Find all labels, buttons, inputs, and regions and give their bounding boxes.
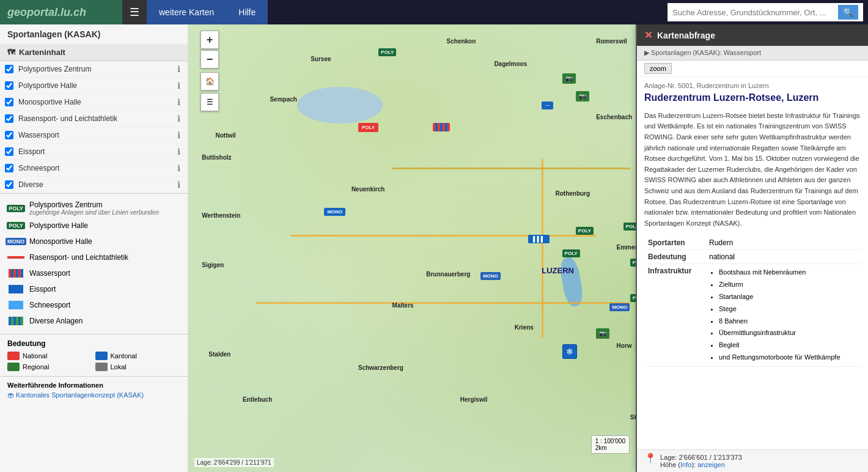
layer-eissport[interactable]: Eissport ℹ (0, 144, 188, 160)
ka-infrastruktur-value: Bootshaus mit Nebenräumen Zielturm Start… (705, 264, 861, 366)
layer-checkbox-polysportive-halle[interactable] (5, 81, 13, 90)
info-icon-rasensport[interactable]: ℹ (177, 114, 180, 124)
layer-checkbox-monosportive-halle[interactable] (5, 98, 13, 106)
marker-kantonal-1: MONO (324, 208, 345, 216)
lake-rotsee (558, 256, 584, 308)
camera-marker-1: 📷 (562, 73, 576, 84)
map-area[interactable]: Sursee Sempach Nottwil Neuenkirch Emmen … (188, 24, 868, 472)
layer-label-wassersport: Wassersport (18, 131, 175, 139)
nav-hilfe[interactable]: Hilfe (226, 0, 268, 24)
legend-icon-rasensport (7, 251, 24, 264)
info-icon-schneesport[interactable]: ℹ (177, 163, 180, 173)
snowflake-marker: ❄ (562, 344, 577, 359)
layer-checkbox-rasensport[interactable] (5, 114, 13, 123)
city-brunnauerberg: Brunnauerberg (426, 271, 470, 278)
ka-close-button[interactable]: ✕ (644, 29, 652, 41)
mono-marker-1: MONO (480, 272, 501, 280)
ka-zoom-button[interactable]: zoom (644, 63, 672, 74)
layer-label-diverse: Diverse (18, 180, 175, 189)
home-button[interactable]: 🏠 (200, 72, 219, 90)
layer-monosportive-halle[interactable]: Monosportive Halle ℹ (0, 94, 188, 111)
layer-schneesport[interactable]: Schneesport ℹ (0, 160, 188, 177)
layer-polysportives-zentrum[interactable]: Polysportives Zentrum ℹ (0, 61, 188, 78)
eissport-color-icon (9, 285, 23, 293)
ka-zoom-section: zoom (637, 61, 868, 77)
kasak-link[interactable]: 🏟 Kantonales Sportanlagenkonzept (KASAK) (7, 391, 144, 399)
infra-item-4: 8 Bahnen (719, 315, 857, 328)
ka-hoehe-info-link[interactable]: Info (680, 461, 691, 468)
legend-label-eissport: Eissport (29, 285, 56, 293)
info-icon-wassersport[interactable]: ℹ (177, 130, 180, 140)
layer-polysportive-halle[interactable]: Polysportive Halle ℹ (0, 78, 188, 94)
layer-wassersport[interactable]: Wassersport ℹ (0, 127, 188, 144)
layer-checkbox-schneesport[interactable] (5, 164, 13, 172)
list-button[interactable]: ☰ (200, 93, 219, 111)
marker-poly-luzern1: POLY (576, 226, 594, 234)
layer-checkbox-polysportives-zentrum[interactable] (5, 65, 13, 73)
info-icon-polysportives-zentrum[interactable]: ℹ (177, 64, 180, 74)
legend-icon-wassersport (7, 267, 24, 279)
legend-section: POLY Polysportives Zentrum zugehörige An… (0, 193, 188, 334)
ka-bedeutung-label: Bedeutung (644, 250, 705, 264)
city-entlebuch: Entlebuch (243, 396, 272, 403)
layer-rasensport[interactable]: Rasensport- und Leichtathletik ℹ (0, 111, 188, 127)
ka-lage-coords: Lage: 2'666'601 / 1'213'373 (660, 454, 742, 461)
nav-weitere-karten[interactable]: weitere Karten (147, 0, 226, 24)
camera-marker-2: 📷 (576, 91, 589, 101)
legend-icon-polysportive-halle: POLY (7, 219, 24, 232)
info-icon-monosportive-halle[interactable]: ℹ (177, 97, 180, 107)
mono-badge: MONO (6, 238, 26, 245)
rasensport-line-icon (7, 256, 24, 259)
kasak-link-icon: 🏟 (7, 391, 14, 399)
infra-item-3: Stege (719, 303, 857, 315)
road-h2 (256, 302, 630, 304)
main-layout: Sportanlagen (KASAK) 🗺 Karteninhalt Poly… (0, 24, 868, 472)
ka-hoehe-anzeigen-link[interactable]: anzeigen (697, 461, 725, 468)
scale-ratio: 1 : 100'000 (595, 438, 625, 444)
city-werthenstein: Werthenstein (202, 212, 240, 219)
layer-checkbox-wassersport[interactable] (5, 131, 13, 139)
zoom-out-button[interactable]: − (200, 50, 219, 68)
ka-hoehe-label: Höhe (660, 461, 676, 468)
layer-diverse[interactable]: Diverse ℹ (0, 177, 188, 193)
city-kriens: Kriens (515, 324, 534, 331)
kantonal-color-box (95, 352, 108, 360)
ka-lage-value: 2'666'601 / 1'213'373 (679, 454, 742, 461)
legend-icon-schneesport (7, 299, 24, 311)
zoom-in-button[interactable]: + (200, 31, 219, 49)
marker-dots-1: ··· (542, 100, 553, 109)
search-input[interactable] (672, 8, 838, 17)
map-content-header[interactable]: 🗺 Karteninhalt (0, 44, 188, 61)
search-button[interactable]: 🔍 (838, 5, 858, 20)
city-stalden: Stalden (208, 351, 230, 358)
info-icon-polysportive-halle[interactable]: ℹ (177, 81, 180, 90)
ka-lage-label: Lage: (660, 454, 677, 461)
nav: weitere Karten Hilfe (147, 0, 268, 24)
legend-label-schneesport: Schneesport (29, 301, 70, 309)
layer-label-monosportive-halle: Monosportive Halle (18, 98, 175, 106)
info-icon-eissport[interactable]: ℹ (177, 147, 180, 157)
layers-icon: 🗺 (7, 48, 15, 57)
layer-label-polysportives-zentrum: Polysportives Zentrum (18, 65, 175, 73)
ka-breadcrumb-arrow: ▶ (644, 49, 651, 56)
city-rothenburg: Rothenburg (555, 190, 590, 197)
info-icon-diverse[interactable]: ℹ (177, 180, 180, 190)
city-sigigen: Sigigen (202, 262, 224, 268)
layer-checkbox-diverse[interactable] (5, 180, 13, 189)
ka-description: Das Ruderzentrum Luzern-Rotsee bietet be… (644, 111, 861, 229)
legend-icon-eissport (7, 283, 24, 295)
menu-button[interactable]: ☰ (122, 0, 147, 24)
road-v1 (542, 159, 543, 338)
road-h1 (290, 235, 596, 237)
city-sursee: Sursee (311, 56, 331, 62)
map-controls: + − 🏠 ☰ (200, 31, 219, 111)
red-poly-marker: POLY (358, 123, 378, 132)
wassersport-color-icon (9, 269, 23, 278)
marker-camera-3: 📷 (596, 329, 609, 337)
diverse-color-icon (9, 317, 23, 325)
marker-camera-2: 📷 (576, 92, 589, 100)
layer-checkbox-eissport[interactable] (5, 147, 13, 156)
ka-infrastruktur-label: Infrastruktur (644, 264, 705, 366)
layer-label-polysportive-halle: Polysportive Halle (18, 81, 175, 90)
infra-item-5: Übermittlungsinfrastruktur (719, 327, 857, 339)
